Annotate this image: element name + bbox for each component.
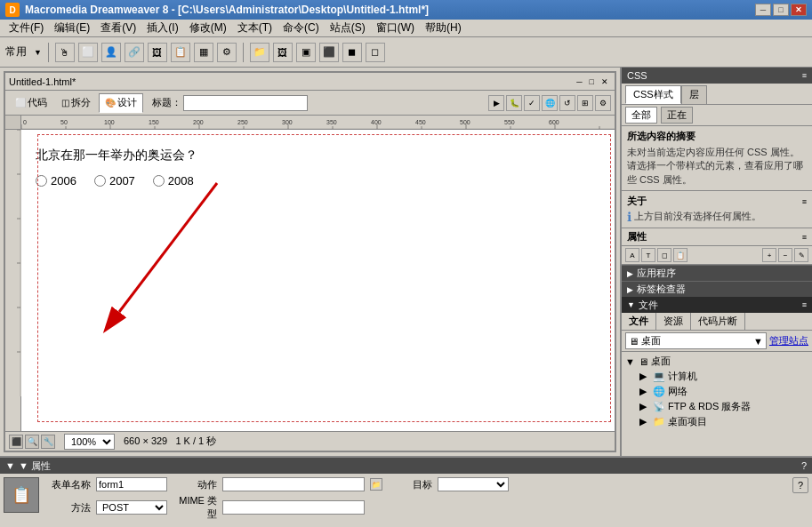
css-all-tab[interactable]: 全部 xyxy=(625,107,657,124)
toolbar-btn-1[interactable]: 🖱 xyxy=(55,43,75,62)
toolbar-btn-10[interactable]: 🖼 xyxy=(273,43,293,62)
help-button[interactable]: ? xyxy=(792,477,808,493)
menu-window[interactable]: 窗口(W) xyxy=(371,19,420,37)
toolbar-btn-7[interactable]: ▦ xyxy=(194,43,213,62)
radio-2007[interactable] xyxy=(94,175,106,187)
status-icon-2[interactable]: 🔍 xyxy=(25,435,39,449)
close-button[interactable]: ✕ xyxy=(791,4,807,16)
css-tab-layers[interactable]: 层 xyxy=(681,85,707,104)
doc-close[interactable]: ✕ xyxy=(599,77,611,86)
toolbar-dropdown-arrow[interactable]: ▼ xyxy=(34,48,42,57)
validate-btn[interactable]: ✓ xyxy=(524,95,540,111)
css-tab-styles[interactable]: CSS样式 xyxy=(625,85,681,104)
zoom-select[interactable]: 100% 75% 50% 150% 200% xyxy=(64,434,115,450)
refresh-btn[interactable]: ↺ xyxy=(559,95,575,111)
toolbar-btn-11[interactable]: ▣ xyxy=(296,43,316,62)
help-btn[interactable]: ? xyxy=(801,460,807,471)
method-select[interactable]: POST GET xyxy=(96,500,167,515)
menu-insert[interactable]: 插入(I) xyxy=(141,19,183,37)
menu-modify[interactable]: 修改(M) xyxy=(184,19,232,37)
doc-restore[interactable]: □ xyxy=(587,77,597,86)
minimize-button[interactable]: ─ xyxy=(755,4,771,16)
menu-command[interactable]: 命令(C) xyxy=(277,19,325,37)
form-name-input[interactable] xyxy=(96,477,167,491)
menu-edit[interactable]: 编辑(E) xyxy=(49,19,95,37)
toolbar-btn-4[interactable]: 🔗 xyxy=(125,43,144,62)
manage-site-link[interactable]: 管理站点 xyxy=(769,334,808,347)
css-properties-options[interactable]: ≡ xyxy=(802,233,807,242)
radio-2008[interactable] xyxy=(153,175,165,187)
preview-btn[interactable]: ▶ xyxy=(488,95,504,111)
toolbar-btn-9[interactable]: 📁 xyxy=(250,43,269,62)
menu-view[interactable]: 查看(V) xyxy=(95,19,141,37)
menu-file[interactable]: 文件(F) xyxy=(4,19,49,37)
tree-item-computer[interactable]: ▶ 💻 计算机 xyxy=(639,369,808,384)
tree-expand-network[interactable]: ▶ xyxy=(639,386,650,397)
menu-site[interactable]: 站点(S) xyxy=(325,19,371,37)
radio-option-1[interactable]: 2006 xyxy=(36,174,76,188)
tree-expand-desktop[interactable]: ▼ xyxy=(625,356,636,367)
tree-item-network[interactable]: ▶ 🌐 网络 xyxy=(639,384,808,399)
prop-add[interactable]: + xyxy=(762,248,776,262)
view-split-button[interactable]: ◫ 拆分 xyxy=(55,93,97,113)
maximize-button[interactable]: □ xyxy=(773,4,789,16)
action-input[interactable] xyxy=(222,477,365,491)
prop-icon-1[interactable]: A xyxy=(625,248,639,262)
css-panel-options[interactable]: ≡ xyxy=(802,71,807,80)
menu-text[interactable]: 文本(T) xyxy=(232,19,277,37)
radio-2006[interactable] xyxy=(36,175,47,187)
toolbar-btn-14[interactable]: ◻ xyxy=(366,43,385,62)
apps-panel-header[interactable]: ▶ 应用程序 xyxy=(622,265,812,281)
toolbar-btn-3[interactable]: 👤 xyxy=(101,43,121,62)
view-design-button[interactable]: 🎨 设计 xyxy=(99,93,143,113)
menu-help[interactable]: 帮助(H) xyxy=(420,19,467,37)
toolbar-btn-5[interactable]: 🖼 xyxy=(148,43,167,62)
window-controls: ─ □ ✕ xyxy=(755,4,807,16)
tag-panel-header[interactable]: ▶ 标签检查器 xyxy=(622,281,812,297)
tree-expand-desktop-items[interactable]: ▶ xyxy=(639,416,650,427)
radio-option-2[interactable]: 2007 xyxy=(94,174,135,188)
tree-expand-computer[interactable]: ▶ xyxy=(639,371,650,382)
radio-option-3[interactable]: 2008 xyxy=(153,174,194,188)
about-options[interactable]: ≡ xyxy=(802,197,807,206)
tree-item-desktop-items[interactable]: ▶ 📁 桌面项目 xyxy=(639,414,808,429)
file-tab-assets[interactable]: 资源 xyxy=(656,313,691,330)
design-canvas[interactable]: 北京在那一年举办的奥运会？ 2006 2007 2 xyxy=(21,130,615,431)
status-icon-1[interactable]: ⬛ xyxy=(9,435,23,449)
title-input[interactable] xyxy=(183,95,308,111)
view-code-button[interactable]: ⬜ 代码 xyxy=(9,93,53,113)
browse-action-btn[interactable]: 📁 xyxy=(370,478,382,491)
file-tab-files[interactable]: 文件 xyxy=(622,313,656,330)
toolbar-btn-13[interactable]: ◼ xyxy=(342,43,362,62)
browser-btn[interactable]: 🌐 xyxy=(542,95,558,111)
status-icon-3[interactable]: 🔧 xyxy=(41,435,55,449)
debug-btn[interactable]: 🐛 xyxy=(506,95,522,111)
expand-btn[interactable]: ⊞ xyxy=(577,95,593,111)
prop-icon-3[interactable]: ◻ xyxy=(657,248,671,262)
folder-icon-ftp: 📡 xyxy=(653,401,665,412)
files-options[interactable]: ≡ xyxy=(802,300,807,309)
prop-del[interactable]: − xyxy=(778,248,792,262)
document-toolbar: ⬜ 代码 ◫ 拆分 🎨 设计 标题： ▶ 🐛 ✓ 🌐 xyxy=(5,91,615,116)
prop-edit[interactable]: ✎ xyxy=(794,248,808,262)
toolbar-btn-8[interactable]: ⚙ xyxy=(217,43,237,62)
files-panel-header[interactable]: ▼ 文件 ≡ xyxy=(622,297,812,313)
tree-item-desktop[interactable]: ▼ 🖥 桌面 xyxy=(625,354,808,369)
options-btn[interactable]: ⚙ xyxy=(595,95,611,111)
prop-icon-4[interactable]: 📋 xyxy=(673,248,687,262)
toolbar-btn-12[interactable]: ⬛ xyxy=(319,43,339,62)
doc-minimize[interactable]: ─ xyxy=(574,77,584,86)
prop-icon-2[interactable]: T xyxy=(641,248,655,262)
tree-item-ftp[interactable]: ▶ 📡 FTP & RDS 服务器 xyxy=(639,399,808,414)
css-current-tab[interactable]: 正在 xyxy=(661,107,693,124)
toolbar-btn-2[interactable]: ⬜ xyxy=(78,43,98,62)
target-select[interactable] xyxy=(438,477,509,491)
file-tree: ▼ 🖥 桌面 ▶ 💻 计算机 ▶ 🌐 网络 xyxy=(622,352,812,431)
status-icons: ⬛ 🔍 🔧 xyxy=(9,435,55,449)
file-tab-snippets[interactable]: 代码片断 xyxy=(691,313,745,330)
mime-input[interactable] xyxy=(222,500,365,515)
svg-text:300: 300 xyxy=(282,119,293,125)
site-dropdown[interactable]: 🖥 桌面 ▼ xyxy=(625,332,767,349)
tree-expand-ftp[interactable]: ▶ xyxy=(639,401,650,412)
toolbar-btn-6[interactable]: 📋 xyxy=(171,43,190,62)
